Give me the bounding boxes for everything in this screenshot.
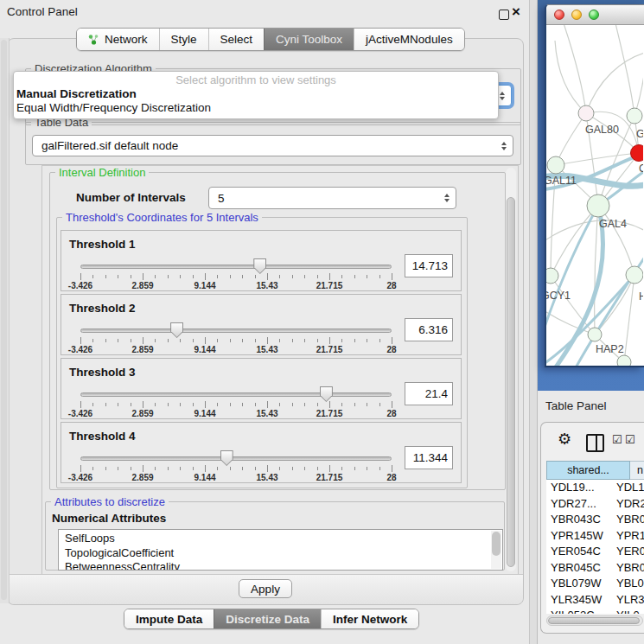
tab-style[interactable]: Style (159, 29, 208, 50)
network-edge[interactable] (555, 41, 586, 113)
stepper-icon (500, 92, 505, 100)
table-row[interactable]: YBR045CYBR0 (546, 560, 644, 577)
cell-shared-name: YLR345W (551, 592, 602, 609)
network-node-gcy1[interactable] (546, 268, 558, 284)
threshold-slider[interactable]: -3.4262.8599.14415.4321.71528 (80, 387, 392, 420)
table-row[interactable]: YIL052CYIL0 (546, 608, 644, 614)
table-row[interactable]: YPR145WYPR1 (546, 528, 644, 545)
gear-icon[interactable]: ⚙ (558, 430, 571, 449)
network-node-hap2[interactable] (588, 328, 602, 341)
threshold-value-field[interactable] (405, 318, 453, 341)
threshold-slider[interactable]: -3.4262.8599.14415.4321.71528 (80, 451, 392, 484)
network-node-unlabeled[interactable] (617, 355, 631, 366)
tick-label: 21.715 (316, 409, 343, 418)
table-data-combobox[interactable]: galFiltered.sif default node (32, 135, 513, 156)
network-edge[interactable] (634, 56, 643, 116)
split-columns-icon[interactable] (586, 434, 604, 452)
network-node-gal4[interactable] (587, 194, 609, 217)
tab-select[interactable]: Select (208, 29, 265, 50)
table-row[interactable]: YLR345WYLR3 (546, 592, 644, 609)
minimize-button[interactable] (571, 10, 582, 20)
cell-shared-name: YPR145W (551, 528, 603, 545)
threshold-value-field[interactable] (405, 382, 453, 405)
threshold-slider[interactable]: -3.4262.8599.14415.4321.71528 (80, 259, 392, 292)
network-edge[interactable] (586, 53, 643, 113)
network-node-h[interactable] (626, 266, 643, 284)
float-icon[interactable] (499, 10, 509, 20)
table-row[interactable]: YDL19...YDL1 (546, 480, 644, 496)
network-icon (88, 34, 99, 45)
tab-network[interactable]: Network (77, 29, 159, 50)
horizontal-scrollbar[interactable] (546, 615, 643, 626)
network-node-label: HAP2 (596, 343, 624, 355)
slider-thumb[interactable] (220, 450, 233, 466)
slider-track[interactable] (80, 392, 392, 397)
checkbox-icon[interactable]: ☑ (625, 433, 635, 446)
numerical-attributes-list[interactable]: SelfLoopsTopologicalCoefficientBetweenne… (58, 529, 503, 571)
close-icon[interactable]: × (512, 3, 520, 21)
network-edge[interactable] (615, 25, 634, 116)
apply-bar: Apply (8, 574, 523, 604)
tick-label: 21.715 (316, 281, 343, 290)
table-data-group: Table Data galFiltered.sif default node (25, 122, 521, 165)
number-of-intervals-value: 5 (218, 192, 225, 205)
column-header-name[interactable]: n (630, 461, 644, 480)
threshold-value-field[interactable] (405, 446, 453, 469)
settings-scroll-area: Interval Definition Number of Intervals … (41, 165, 519, 576)
tab-label: jActiveMNodules (366, 33, 453, 46)
network-node-gal11[interactable] (547, 156, 564, 174)
slider-tick-labels: -3.4262.8599.14415.4321.71528 (80, 409, 392, 419)
threshold-label: Threshold 4 (69, 430, 136, 443)
table-panel-title: Table Panel (545, 399, 607, 412)
cell-shared-name: YDR27... (551, 496, 596, 513)
table-row[interactable]: YBR043CYBR0 (546, 512, 644, 528)
apply-button[interactable]: Apply (239, 579, 292, 598)
number-of-intervals-combobox[interactable]: 5 (208, 187, 456, 209)
checkbox-icon[interactable]: ☑ (612, 433, 622, 446)
zoom-button[interactable] (589, 10, 599, 20)
cell-name: YBR0 (616, 512, 644, 528)
table-row[interactable]: YBL079WYBL0 (546, 576, 644, 592)
slider-track[interactable] (80, 456, 392, 461)
attribute-item-betweennesscentrality[interactable]: BetweennessCentrality (59, 560, 502, 571)
slider-thumb[interactable] (320, 386, 333, 402)
tab-discretize-data[interactable]: Discretize Data (214, 609, 321, 628)
network-node-gal80[interactable] (578, 105, 594, 121)
table-row[interactable]: YER054CYER0 (546, 544, 644, 560)
algorithm-option-manual-discretization[interactable]: Manual Discretization (14, 87, 498, 101)
tab-jactivemnodules[interactable]: jActiveMNodules (354, 29, 464, 50)
split-pane-divider[interactable] (529, 0, 538, 644)
bottom-tab-bar: Impute DataDiscretize DataInfer Network (124, 609, 419, 629)
network-canvas[interactable]: GAL80GACGAL11GAL4GCY1HHAP2 (546, 25, 643, 366)
panel-left-scrollbar[interactable] (0, 38, 10, 603)
cell-name: YIL0 (616, 608, 640, 614)
tab-impute-data[interactable]: Impute Data (124, 609, 214, 628)
tick-label: 28 (386, 409, 396, 418)
cell-name: YER0 (616, 544, 644, 560)
network-edge[interactable] (546, 220, 643, 241)
settings-scrollbar[interactable] (506, 168, 516, 571)
list-scrollbar[interactable] (491, 531, 501, 569)
slider-track[interactable] (80, 265, 392, 269)
network-node-label: C (639, 163, 643, 175)
algorithm-option-equal-width-frequency-discretization[interactable]: Equal Width/Frequency Discretization (14, 101, 498, 115)
attribute-item-selfloops[interactable]: SelfLoops (59, 532, 502, 546)
tab-cyni-toolbox[interactable]: Cyni Toolbox (264, 29, 354, 50)
slider-tick-labels: -3.4262.8599.14415.4321.71528 (80, 473, 392, 483)
column-header-shared-name[interactable]: shared... (546, 461, 630, 480)
threshold-slider[interactable]: -3.4262.8599.14415.4321.71528 (80, 323, 392, 356)
slider-ticks (80, 337, 392, 344)
table-window: ⚙ ☑ ☑ shared... n YDL19...YDL1YDR27...YD… (540, 422, 644, 634)
table-row[interactable]: YDR27...YDR2 (546, 496, 644, 513)
network-window-titlebar (546, 5, 644, 25)
tick-label: 15.43 (256, 473, 277, 482)
tab-infer-network[interactable]: Infer Network (321, 609, 418, 628)
slider-thumb[interactable] (170, 322, 183, 338)
network-node-c[interactable] (631, 145, 644, 162)
network-node-ga[interactable] (627, 108, 642, 124)
slider-thumb[interactable] (253, 258, 266, 274)
close-button[interactable] (554, 10, 564, 20)
threshold-value-field[interactable] (405, 254, 453, 277)
attribute-item-topologicalcoefficient[interactable]: TopologicalCoefficient (59, 546, 502, 561)
slider-track[interactable] (80, 328, 392, 333)
